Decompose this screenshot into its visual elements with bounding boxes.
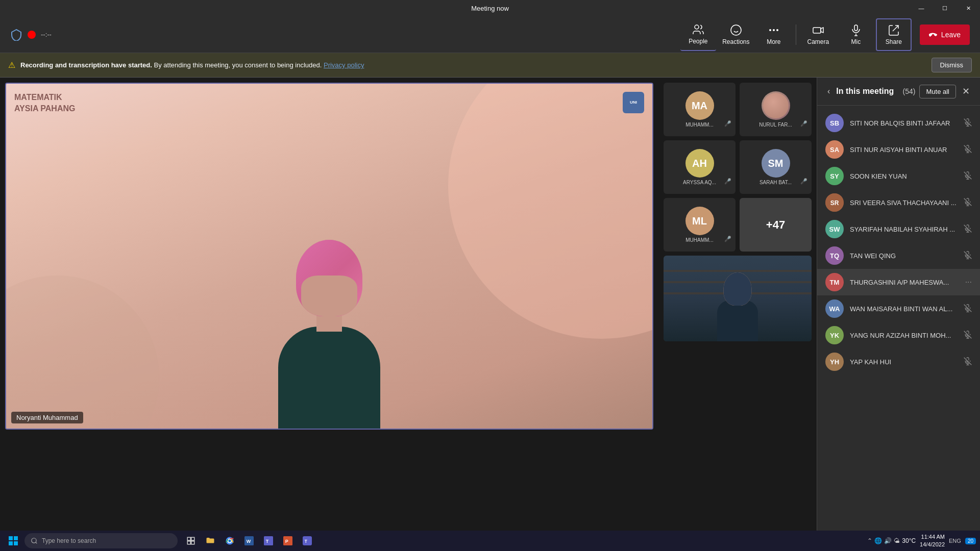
svf-head	[724, 272, 752, 306]
people-button[interactable]: People	[680, 18, 716, 51]
avatar-sr: SR	[825, 193, 844, 212]
reactions-button[interactable]: Reactions	[718, 18, 754, 51]
svg-point-0	[695, 25, 699, 29]
panel-close-button[interactable]: ✕	[960, 84, 972, 99]
participant-sri-veera[interactable]: SR SRI VEERA SIVA THACHAYAANI ...	[817, 189, 980, 216]
language-indicator[interactable]: ENG	[949, 538, 961, 544]
more-options-tm[interactable]: ···	[965, 278, 972, 287]
chrome-button[interactable]	[220, 532, 239, 550]
file-explorer-button[interactable]	[201, 532, 219, 550]
more-button[interactable]: More	[756, 18, 792, 51]
participant-soon-kien[interactable]: SY SOON KIEN YUAN	[817, 163, 980, 189]
network-icon[interactable]: 🌐	[874, 537, 882, 544]
name-sm: SARAH BAT...	[745, 180, 806, 185]
leave-button[interactable]: Leave	[920, 24, 970, 45]
people-label: People	[689, 38, 707, 45]
svg-rect-31	[187, 541, 190, 544]
name-ah: ARYSSA AQ...	[669, 180, 730, 185]
mute-all-button[interactable]: Mute all	[919, 85, 956, 98]
task-view-button[interactable]	[182, 532, 200, 550]
mic-button[interactable]: Mic	[838, 18, 874, 51]
volume-icon[interactable]: 🔊	[884, 537, 892, 544]
teams-meeting-button[interactable]: T	[298, 532, 316, 550]
more-label: More	[767, 38, 780, 45]
thumbnail-ma[interactable]: MA MUHAMM... 🎤	[664, 83, 736, 136]
task-view-icon	[186, 536, 195, 545]
privacy-policy-link[interactable]: Privacy policy	[324, 61, 364, 69]
curve-decoration-2	[6, 276, 159, 429]
svg-rect-29	[187, 537, 190, 540]
chevron-icon[interactable]: ⌃	[867, 537, 872, 544]
mic-icon-yk	[964, 331, 972, 340]
avatar-ah: AH	[685, 149, 714, 178]
search-icon	[31, 537, 38, 544]
thumbnail-nf[interactable]: NURUL FAR... 🎤	[740, 83, 812, 136]
thumbnail-sm[interactable]: SM SARAH BAT... 🎤	[740, 140, 812, 194]
share-label: Share	[886, 38, 902, 45]
thumbnail-ml[interactable]: ML MUHAMM... 🎤	[664, 198, 736, 252]
svg-rect-32	[191, 541, 194, 544]
powerpoint-button[interactable]: P	[279, 532, 297, 550]
name-sy: SOON KIEN YUAN	[850, 172, 958, 180]
avatar-tq: TQ	[825, 246, 844, 265]
mic-icon	[850, 24, 862, 36]
minimize-button[interactable]: —	[910, 0, 933, 16]
person-face	[301, 276, 357, 316]
participant-siti-balqis[interactable]: SB SITI NOR BALQIS BINTI JAFAAR	[817, 110, 980, 136]
more-icon	[768, 24, 780, 36]
svg-point-6	[776, 29, 778, 31]
windows-icon	[9, 536, 18, 545]
mic-icon-sy	[964, 171, 972, 181]
notification-banner: ⚠ Recording and transcription have start…	[0, 53, 980, 78]
thumbnail-more[interactable]: +47	[740, 198, 812, 252]
weather-icon[interactable]: 🌤	[894, 537, 900, 544]
participant-syarifah[interactable]: SW SYARIFAH NABILAH SYAHIRAH ...	[817, 216, 980, 242]
teams-app-button[interactable]: T	[259, 532, 278, 550]
avatar-sb: SB	[825, 114, 844, 132]
shield-icon	[10, 29, 22, 41]
participants-panel: ‹ In this meeting (54) Mute all ✕ SB SIT…	[817, 78, 980, 531]
dismiss-button[interactable]: Dismiss	[932, 58, 972, 72]
avatar-wa: WA	[825, 299, 844, 318]
system-clock[interactable]: 11:44 AM 14/4/2022	[920, 533, 945, 549]
mic-icon-sb	[964, 118, 972, 128]
thumbnail-row-3: ML MUHAMM... 🎤 +47	[664, 198, 812, 252]
maximize-button[interactable]: ☐	[933, 0, 957, 16]
name-ma: MUHAMM...	[669, 122, 730, 128]
participant-siti-aisyah[interactable]: SA SITI NUR AISYAH BINTI ANUAR	[817, 136, 980, 163]
taskbar-pinned-icons: W T P T	[182, 532, 316, 550]
share-button[interactable]: Share	[876, 18, 912, 51]
notification-badge[interactable]: 20	[965, 538, 976, 544]
camera-button[interactable]: Camera	[800, 18, 836, 51]
participant-yap-kah-hui[interactable]: YH YAP KAH HUI	[817, 348, 980, 375]
avatar-ml: ML	[685, 207, 714, 235]
sys-tray-icons: ⌃ 🌐 🔊 🌤 30°C	[867, 537, 916, 544]
close-button[interactable]: ✕	[957, 0, 980, 16]
panel-back-button[interactable]: ‹	[825, 85, 832, 98]
mic-icon-yh	[964, 357, 972, 367]
participant-thurgashini[interactable]: TM THURGASHINI A/P MAHESWA... ···	[817, 269, 980, 295]
toolbar-status: --:--	[10, 29, 52, 41]
name-nf: NURUL FAR...	[745, 122, 806, 128]
participant-wan-maisarah[interactable]: WA WAN MAISARAH BINTI WAN AL...	[817, 295, 980, 322]
mic-ma: 🎤	[724, 120, 731, 127]
participant-tan-wei[interactable]: TQ TAN WEI QING	[817, 242, 980, 269]
name-sb: SITI NOR BALQIS BINTI JAFAAR	[850, 119, 958, 127]
taskbar: Type here to search W	[0, 531, 980, 551]
thumbnail-panel: MA MUHAMM... 🎤 NURUL FAR... 🎤 AH	[658, 78, 817, 531]
name-yh: YAP KAH HUI	[850, 358, 958, 366]
mic-ml: 🎤	[724, 236, 731, 242]
svg-text:T: T	[305, 539, 307, 544]
start-button[interactable]	[4, 532, 22, 550]
svf-person	[707, 265, 768, 341]
avatar-tm: TM	[825, 273, 844, 291]
panel-list: SB SITI NOR BALQIS BINTI JAFAAR SA SITI …	[817, 106, 980, 531]
avatar-sy: SY	[825, 167, 844, 185]
avatar-sa: SA	[825, 140, 844, 159]
taskbar-search-box[interactable]: Type here to search	[24, 533, 178, 548]
temperature-text: 30°C	[902, 537, 916, 544]
participant-yang-nur[interactable]: YK YANG NUR AZIZAH BINTI MOH...	[817, 322, 980, 348]
word-button[interactable]: W	[240, 532, 258, 550]
thumbnail-ah[interactable]: AH ARYSSA AQ... 🎤	[664, 140, 736, 194]
teams-icon: T	[303, 536, 312, 545]
